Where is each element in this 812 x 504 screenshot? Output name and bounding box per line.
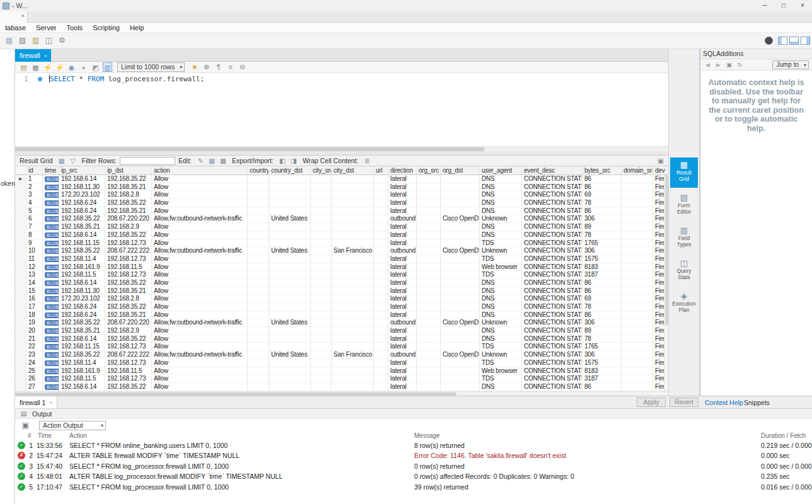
cell-bytes_src[interactable]: 78 <box>583 335 622 343</box>
cell-event_desc[interactable]: CONNECTION STATISTICS <box>522 247 583 255</box>
jump-to-dropdown[interactable]: Jump to ▾ <box>772 60 809 69</box>
cell-org_dst[interactable] <box>441 343 480 350</box>
cell-bytes_src[interactable]: 86 <box>583 207 622 215</box>
cell-bytes_src[interactable]: 89 <box>583 223 622 231</box>
close-icon[interactable]: × <box>49 399 52 405</box>
delete-row-icon[interactable]: ▩ <box>219 156 228 165</box>
column-header-country_dst[interactable]: country_dst <box>269 166 311 175</box>
cell-ip_dst[interactable]: 192.168.12.73 <box>105 375 152 382</box>
cell-ip_dst[interactable]: 192.168.35.21 <box>105 311 152 319</box>
cell-event_desc[interactable]: CONNECTION STATISTICS <box>522 311 583 319</box>
cell-user_agent[interactable]: TDS <box>480 375 522 382</box>
table-row[interactable]: 22BLOB192.168.11.15192.168.12.73Allowlat… <box>15 343 668 351</box>
cell-event_desc[interactable]: CONNECTION STATISTICS <box>522 327 583 335</box>
table-row[interactable]: ▶1BLOB192.168.6.14192.168.35.22Allowlate… <box>15 175 668 183</box>
cell-ip_dst[interactable]: 192.168.35.21 <box>105 207 152 215</box>
new-script-icon[interactable]: ▨ <box>17 35 28 46</box>
cell-time[interactable]: BLOB <box>43 207 59 215</box>
cell-time[interactable]: BLOB <box>43 279 59 287</box>
cell-id[interactable]: 2 <box>26 183 43 191</box>
cell-city_src[interactable] <box>311 231 332 239</box>
column-header-ip_src[interactable]: ip_src <box>59 166 105 175</box>
cell-ip_dst[interactable]: 192.168.2.9 <box>105 223 152 231</box>
cell-city_src[interactable] <box>311 327 332 335</box>
cell-domain_src[interactable] <box>622 247 653 255</box>
cell-direction[interactable]: outbound <box>388 215 417 222</box>
cell-org_dst[interactable] <box>441 231 480 239</box>
side-tab-execution-plan[interactable]: ◈Execution Plan <box>670 289 698 319</box>
cell-ip_dst[interactable]: 192.168.35.21 <box>105 287 152 295</box>
cell-org_dst[interactable] <box>441 183 480 191</box>
cell-country_src[interactable] <box>248 279 269 287</box>
cell-user_agent[interactable]: DNS <box>480 175 522 183</box>
cell-bytes_src[interactable]: 1575 <box>583 255 622 263</box>
cell-direction[interactable]: outbound <box>388 351 417 358</box>
execute-icon[interactable]: ⚡ <box>43 63 52 72</box>
cell-event_desc[interactable]: CONNECTION STATISTICS <box>522 383 583 391</box>
cell-ip_src[interactable]: 192.168.11.5 <box>59 271 105 278</box>
cell-event_desc[interactable]: CONNECTION STATISTICS <box>522 343 583 350</box>
cell-direction[interactable]: outbound <box>388 247 417 255</box>
cell-city_dst[interactable] <box>332 223 374 231</box>
cell-id[interactable]: 12 <box>26 263 43 271</box>
cell-org_src[interactable] <box>417 223 441 231</box>
cell-org_src[interactable] <box>417 279 441 287</box>
cell-bytes_src[interactable]: 86 <box>583 311 622 319</box>
limit-rows-dropdown[interactable]: Limit to 1000 rows ▾ <box>117 62 185 72</box>
cell-org_src[interactable] <box>417 327 441 335</box>
cell-country_src[interactable] <box>248 295 269 302</box>
back-icon[interactable]: ◀ <box>704 61 712 69</box>
cell-ip_src[interactable]: 192.168.6.14 <box>59 231 105 239</box>
cell-org_src[interactable] <box>417 295 441 302</box>
grid-icon[interactable]: ▦ <box>57 156 66 165</box>
cell-direction[interactable]: lateral <box>388 359 417 367</box>
tab-snippets[interactable]: Snippets <box>744 396 770 409</box>
cell-event_desc[interactable]: CONNECTION STATISTICS <box>522 263 583 271</box>
cell-event_desc[interactable]: CONNECTION STATISTICS <box>522 375 583 382</box>
cell-org_dst[interactable] <box>441 239 480 247</box>
cell-time[interactable]: BLOB <box>43 215 59 222</box>
table-row[interactable]: 8BLOB192.168.6.14192.168.35.22Allowlater… <box>15 231 668 239</box>
cell-country_dst[interactable] <box>269 199 311 207</box>
cell-city_dst[interactable] <box>332 207 374 215</box>
cell-user_agent[interactable]: DNS <box>480 327 522 335</box>
output-row[interactable]: ✓517:10:47SELECT * FROM log_processor.fi… <box>15 482 812 492</box>
cell-time[interactable]: BLOB <box>43 175 59 183</box>
cell-user_agent[interactable]: DNS <box>480 311 522 319</box>
cell-country_src[interactable] <box>248 335 269 343</box>
cell-bytes_src[interactable]: 78 <box>583 303 622 311</box>
cell-user_agent[interactable]: DNS <box>480 191 522 198</box>
cell-direction[interactable]: lateral <box>388 255 417 263</box>
cell-action[interactable]: Allow <box>152 239 248 247</box>
cell-user_agent[interactable]: DNS <box>480 295 522 302</box>
cell-user_agent[interactable]: DNS <box>480 231 522 239</box>
cell-ip_src[interactable]: 192.168.6.24 <box>59 303 105 311</box>
table-row[interactable]: 14BLOB192.168.6.14192.168.35.22Allowlate… <box>15 279 668 287</box>
cell-country_dst[interactable] <box>269 311 311 319</box>
cell-city_src[interactable] <box>311 383 332 391</box>
cell-city_dst[interactable]: San Francisco <box>332 247 374 255</box>
cell-time[interactable]: BLOB <box>43 223 59 231</box>
cell-action[interactable]: Allow <box>152 335 248 343</box>
cell-country_src[interactable] <box>248 351 269 358</box>
cell-city_src[interactable] <box>311 343 332 350</box>
cell-direction[interactable]: lateral <box>388 367 417 375</box>
cell-country_dst[interactable] <box>269 175 311 183</box>
cell-event_desc[interactable]: CONNECTION STATISTICS <box>522 351 583 358</box>
cell-event_desc[interactable]: CONNECTION STATISTICS <box>522 319 583 326</box>
open-script-icon[interactable]: ▤ <box>19 63 28 72</box>
cell-country_dst[interactable] <box>269 335 311 343</box>
cell-bytes_src[interactable]: 3187 <box>583 375 622 382</box>
cell-id[interactable]: 16 <box>26 295 43 302</box>
cell-ip_dst[interactable]: 192.168.2.9 <box>105 327 152 335</box>
cell-city_dst[interactable] <box>332 215 374 222</box>
cell-url[interactable] <box>374 191 388 198</box>
cell-city_dst[interactable]: San Francisco <box>332 351 374 358</box>
column-header-domain_src[interactable]: domain_src <box>622 166 653 175</box>
cell-ip_dst[interactable]: 192.168.12.73 <box>105 343 152 350</box>
cell-event_desc[interactable]: CONNECTION STATISTICS <box>522 271 583 278</box>
grid-horizontal-scrollbar[interactable] <box>15 391 668 396</box>
cell-id[interactable]: 14 <box>26 279 43 287</box>
column-header-org_dst[interactable]: org_dst <box>441 166 480 175</box>
cell-url[interactable] <box>374 255 388 263</box>
